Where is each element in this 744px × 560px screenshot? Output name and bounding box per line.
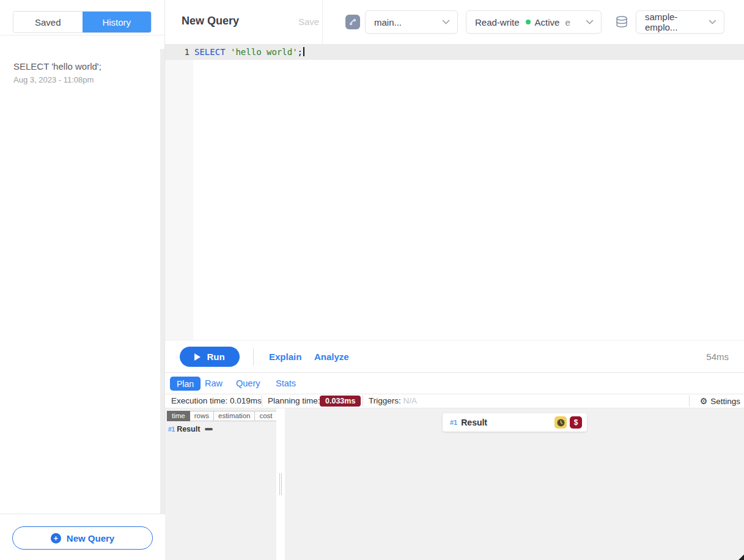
branch-dropdown[interactable]: main...: [365, 10, 458, 34]
play-icon: [194, 353, 201, 361]
tab-raw[interactable]: Raw: [205, 378, 223, 388]
database-dropdown-value: sample-emplo...: [645, 12, 709, 32]
connection-status: Active: [535, 17, 560, 28]
database-icon: [615, 15, 628, 29]
new-query-button[interactable]: + New Query: [12, 526, 153, 550]
planning-time-badge: 0.033ms: [320, 396, 361, 407]
execution-time: Execution time: 0.019ms: [171, 394, 262, 408]
plan-metrics-bar: Execution time: 0.019ms Planning time: 0…: [165, 394, 744, 408]
run-button[interactable]: Run: [180, 347, 240, 367]
analyze-button[interactable]: Analyze: [314, 352, 349, 362]
divider: [363, 396, 363, 407]
new-query-button-label: New Query: [67, 533, 114, 543]
chevron-down-icon: [586, 20, 594, 24]
gear-icon: ⚙: [700, 397, 708, 405]
sidebar-scrollbar[interactable]: [160, 49, 164, 514]
planning-time-label: Planning time:: [268, 394, 320, 408]
sidebar-footer: + New Query: [0, 514, 165, 560]
plan-list-row[interactable]: #1 Result: [168, 425, 213, 433]
plan-column-toggle: time rows estimation cost: [167, 411, 276, 421]
plan-row-id: #1: [168, 426, 175, 433]
plan-canvas[interactable]: #1 Result $: [285, 408, 744, 560]
plan-settings-button[interactable]: ⚙ Settings: [700, 394, 740, 408]
main-area: New Query Save main... Read-write Active: [165, 0, 744, 560]
triggers-value: N/A: [403, 396, 418, 405]
query-title: New Query: [182, 15, 239, 28]
plus-icon: +: [51, 533, 61, 543]
sql-semicolon: ;: [298, 47, 303, 57]
run-bar: Run Explain Analyze 54ms: [165, 340, 744, 373]
divider: [262, 396, 262, 407]
triggers: Triggers: N/A: [369, 394, 417, 408]
tab-stats[interactable]: Stats: [276, 378, 296, 388]
chevron-down-icon: [709, 20, 716, 24]
connection-status-suffix: e: [565, 17, 570, 28]
resize-handle-icon[interactable]: [738, 554, 744, 560]
panel-splitter[interactable]: [276, 408, 285, 560]
editor-gutter: [165, 44, 193, 340]
divider: [689, 396, 690, 407]
plan-visualizer: time rows estimation cost #1 Result #1 R…: [165, 408, 744, 560]
time-badge: [554, 416, 567, 429]
branch-dropdown-value: main...: [374, 17, 402, 28]
settings-label: Settings: [710, 397, 740, 406]
cost-badge: $: [570, 416, 582, 429]
topbar-divider: [322, 0, 323, 44]
history-query-text: SELECT 'hello world';: [13, 61, 154, 72]
sql-editor[interactable]: 1 SELECT 'hello world';: [165, 44, 744, 340]
sql-string: 'hello world': [230, 47, 298, 57]
plan-node-name: Result: [461, 418, 487, 427]
dollar-icon: $: [574, 418, 578, 427]
query-topbar: New Query Save main... Read-write Active: [165, 0, 744, 44]
plan-node-id: #1: [450, 419, 457, 426]
column-rows[interactable]: rows: [190, 411, 214, 421]
status-dot-icon: [526, 20, 531, 24]
plan-node-list: time rows estimation cost #1 Result: [165, 408, 276, 560]
tab-plan[interactable]: Plan: [170, 377, 201, 391]
schema-diagram-button[interactable]: [345, 15, 360, 29]
query-duration: 54ms: [706, 352, 729, 362]
history-timestamp: Aug 3, 2023 - 11:08pm: [13, 75, 154, 84]
history-list-item[interactable]: SELECT 'hello world'; Aug 3, 2023 - 11:0…: [13, 61, 154, 84]
tab-query[interactable]: Query: [236, 378, 260, 388]
results-tab-bar: Plan Raw Query Stats: [165, 373, 744, 394]
chevron-down-icon: [442, 20, 450, 24]
plan-row-name: Result: [177, 425, 200, 433]
text-cursor: [303, 47, 304, 56]
time-bar-indicator: [205, 428, 213, 430]
sidebar: Saved History SELECT 'hello world'; Aug …: [0, 0, 165, 560]
sidebar-tabs: Saved History: [0, 0, 165, 35]
tab-history[interactable]: History: [83, 12, 152, 32]
plan-node-result[interactable]: #1 Result $: [443, 413, 587, 432]
sql-client-app: Saved History SELECT 'hello world'; Aug …: [0, 0, 744, 560]
column-estimation[interactable]: estimation: [214, 411, 255, 421]
connection-mode-value: Read-write: [475, 17, 520, 28]
editor-active-line[interactable]: 1 SELECT 'hello world';: [165, 44, 744, 60]
sql-keyword: SELECT: [194, 47, 230, 57]
saved-history-toggle: Saved History: [13, 11, 152, 33]
connection-mode-dropdown[interactable]: Read-write Active e: [466, 10, 602, 34]
column-time[interactable]: time: [167, 411, 190, 421]
explain-button[interactable]: Explain: [269, 352, 301, 362]
line-number: 1: [165, 44, 190, 60]
code-text: SELECT 'hello world';: [194, 44, 304, 60]
database-dropdown[interactable]: sample-emplo...: [636, 10, 724, 34]
run-button-label: Run: [207, 352, 224, 362]
clock-icon: [556, 418, 565, 427]
tab-saved[interactable]: Saved: [13, 12, 83, 32]
divider: [253, 348, 254, 366]
save-button[interactable]: Save: [298, 17, 319, 27]
execution-time-value: 0.019ms: [230, 396, 262, 405]
schema-icon: [348, 18, 357, 26]
column-cost[interactable]: cost: [255, 411, 276, 421]
